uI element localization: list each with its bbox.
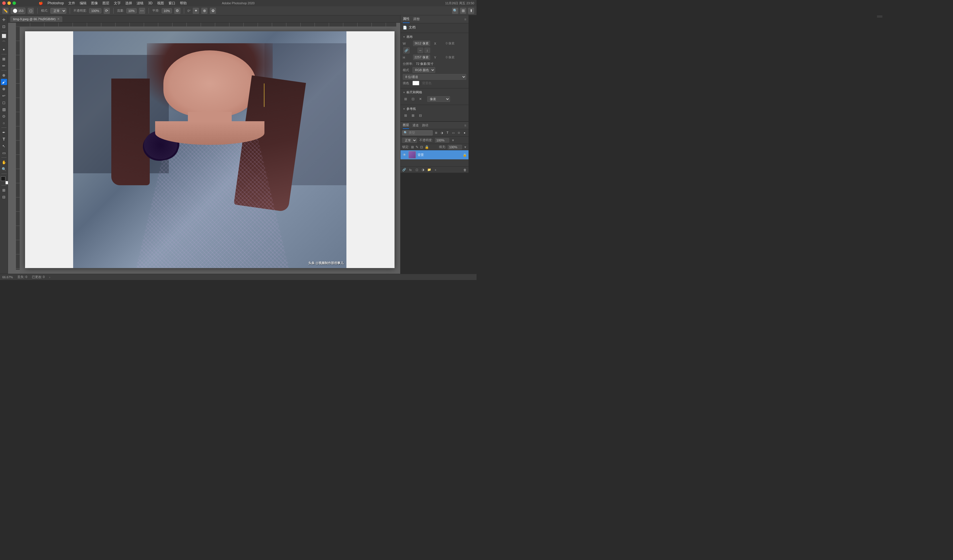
foreground-color[interactable] (1, 177, 5, 181)
ruler-icon-3[interactable]: ✕ (418, 96, 423, 102)
menu-edit[interactable]: 编辑 (80, 1, 87, 6)
menu-select[interactable]: 选择 (125, 1, 132, 6)
layer-visibility-icon[interactable]: 👁 (402, 152, 407, 157)
marquee-tool[interactable]: ⬜ (1, 33, 7, 39)
ruler-unit-select[interactable]: 像素 (427, 96, 450, 102)
opacity-value[interactable]: 100% (89, 8, 101, 13)
blend-mode-select[interactable]: 正常 (50, 8, 66, 14)
menu-3d[interactable]: 3D (148, 1, 152, 5)
guides-icon-2[interactable]: ⊠ (410, 113, 416, 118)
text-tool[interactable]: T (1, 136, 7, 142)
tab-properties[interactable]: 属性 (403, 16, 410, 23)
menu-window[interactable]: 窗口 (169, 1, 175, 6)
flip-h-icon[interactable]: ↔ (418, 48, 423, 53)
layers-menu-icon[interactable]: ≡ (464, 124, 466, 127)
app-name[interactable]: Photoshop (48, 1, 64, 5)
gradient-tool[interactable]: ▨ (1, 106, 7, 112)
y-value[interactable]: 0 像素 (444, 54, 461, 60)
minimize-button[interactable] (8, 2, 11, 5)
pen-tool[interactable]: ✒ (1, 129, 7, 135)
fullscreen-button[interactable] (12, 2, 16, 5)
document-tab[interactable]: timg-9.jpeg @ 66.7%(RGB/8#) ✕ (10, 16, 62, 22)
apple-menu[interactable]: 🍎 (39, 1, 43, 5)
fill-arrow-icon[interactable]: ▼ (464, 146, 467, 149)
opacity-input[interactable]: 100% (435, 138, 449, 143)
history-brush-tool[interactable]: ↩ (1, 93, 7, 99)
ruler-icon-2[interactable]: ⊡ (410, 96, 416, 102)
close-button[interactable] (2, 2, 6, 5)
search-button[interactable]: 🔍 (452, 8, 458, 14)
ruler-icon-1[interactable]: ⊞ (403, 96, 408, 102)
canvas-document[interactable]: 头条 @视频制作那些事儿 (25, 31, 394, 268)
link-width-height-icon[interactable]: 🔗 (404, 47, 410, 53)
filter-toggle[interactable]: ● (462, 130, 467, 135)
panel-menu-icon[interactable]: ≡ (464, 17, 466, 21)
canvas-header[interactable]: ▼ 画布 (403, 35, 466, 39)
tab-adjustments[interactable]: 调整 (413, 16, 420, 23)
artboard-tool[interactable]: ⊡ (1, 23, 7, 29)
wand-tool[interactable]: ✦ (1, 47, 7, 53)
zoom-tool[interactable]: 🔍 (1, 166, 7, 172)
color-picker[interactable] (1, 177, 7, 183)
move-tool[interactable]: ✛ (1, 17, 7, 23)
dodge-tool[interactable]: ○ (1, 120, 7, 126)
menu-layer[interactable]: 图层 (102, 1, 109, 6)
color-mode-select[interactable]: RGB 颜色 (413, 67, 435, 73)
airbrush-icon[interactable]: ⋯ (139, 8, 145, 14)
filter-pixel-icon[interactable]: ⊞ (434, 130, 438, 135)
lasso-tool[interactable]: ⌒ (1, 40, 7, 46)
brush-tool[interactable]: 🖌 (1, 79, 7, 85)
layers-search[interactable]: 🔍 类型 (402, 130, 433, 135)
brush-hardness-icon[interactable]: ◻ (28, 8, 34, 14)
crop-tool[interactable]: ⊠ (1, 56, 7, 62)
lock-artboards-icon[interactable]: ⊡ (420, 145, 423, 149)
layers-tab-channels[interactable]: 通道 (413, 122, 419, 129)
add-style-icon[interactable]: fx (408, 167, 413, 172)
pressure-opacity-icon[interactable]: ⟳ (104, 8, 110, 14)
spot-heal-tool[interactable]: ⊕ (1, 72, 7, 78)
brush-preset-picker[interactable]: 153 (11, 8, 25, 14)
filter-smart-icon[interactable]: ⊙ (456, 130, 461, 135)
stamp-tool[interactable]: ⊗ (1, 86, 7, 92)
filter-text-icon[interactable]: T (445, 130, 450, 135)
quick-mask-mode[interactable]: ⊞ (1, 187, 7, 193)
width-value[interactable]: 3612 像素 (413, 41, 430, 46)
add-mask-icon[interactable]: ◻ (414, 167, 419, 172)
opacity-arrow-icon[interactable]: ▼ (452, 138, 455, 142)
flow-value[interactable]: 10% (126, 8, 137, 13)
layer-blend-mode[interactable]: 正常 (402, 138, 417, 143)
layers-tab-layers[interactable]: 图层 (403, 122, 409, 129)
share-button[interactable]: ⬆ (468, 8, 474, 14)
brush-tool-icon[interactable]: ✏️ (2, 8, 9, 14)
extra-icon-1[interactable]: ⊕ (201, 8, 208, 14)
menu-text[interactable]: 文字 (114, 1, 121, 6)
extra-icon-2[interactable]: ✿ (210, 8, 216, 14)
hand-tool[interactable]: ✋ (1, 159, 7, 165)
height-value[interactable]: 2257 像素 (413, 54, 430, 60)
menu-file[interactable]: 文件 (68, 1, 75, 6)
eraser-tool[interactable]: ◻ (1, 99, 7, 105)
menu-view[interactable]: 视图 (157, 1, 164, 6)
layer-item-background[interactable]: 👁 背景 🔒 (400, 150, 469, 159)
lock-position-icon[interactable]: ✎ (416, 145, 418, 149)
shape-tool[interactable]: ▭ (1, 150, 7, 156)
guides-header[interactable]: ▼ 参考线 (403, 107, 466, 111)
menu-filter[interactable]: 滤镜 (137, 1, 143, 6)
x-value[interactable]: 0 像素 (444, 41, 461, 46)
menu-image[interactable]: 图像 (91, 1, 98, 6)
add-fill-adj-icon[interactable]: ◑ (421, 167, 425, 172)
canvas-wrapper[interactable]: 头条 @视频制作那些事儿 (8, 23, 400, 274)
delete-layer-icon[interactable]: 🗑 (462, 167, 467, 172)
bit-depth-select[interactable]: 8 位/通道 (403, 74, 466, 80)
blur-tool[interactable]: ⊙ (1, 113, 7, 119)
fill-color-swatch[interactable] (413, 81, 419, 85)
filter-shape-icon[interactable]: ▭ (451, 130, 455, 135)
lock-all-icon[interactable]: 🔒 (425, 145, 429, 149)
add-group-icon[interactable]: 📁 (427, 167, 432, 172)
eyedropper-tool[interactable]: ✏ (1, 63, 7, 69)
arrange-button[interactable]: ⊞ (460, 8, 466, 14)
lock-pixels-icon[interactable]: ⊞ (411, 145, 414, 149)
screen-mode[interactable]: ⊟ (1, 194, 7, 200)
symmetry-icon[interactable]: ✦ (193, 8, 199, 14)
fill-input[interactable]: 100% (448, 145, 462, 149)
